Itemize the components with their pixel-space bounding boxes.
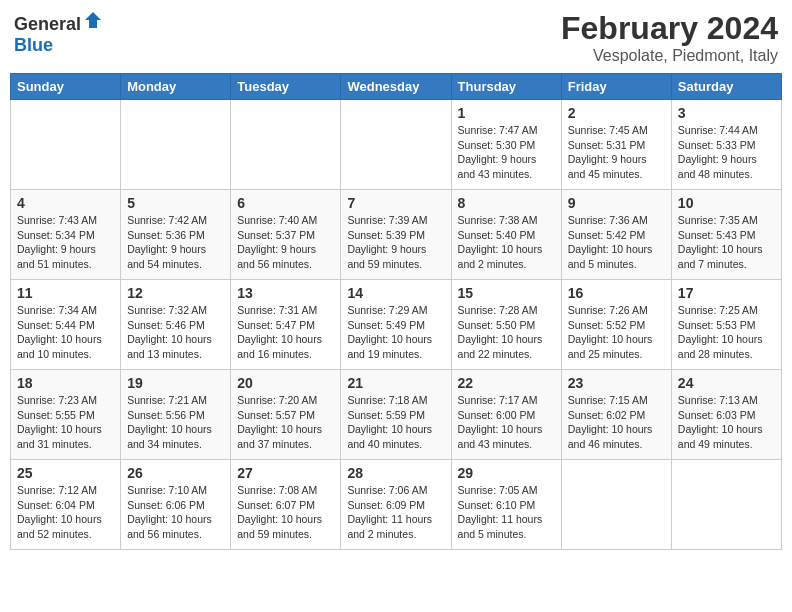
day-number: 17 [678,285,775,301]
day-number: 20 [237,375,334,391]
day-number: 7 [347,195,444,211]
day-info: Sunrise: 7:43 AM Sunset: 5:34 PM Dayligh… [17,213,114,272]
calendar-cell: 14Sunrise: 7:29 AM Sunset: 5:49 PM Dayli… [341,280,451,370]
calendar-cell: 5Sunrise: 7:42 AM Sunset: 5:36 PM Daylig… [121,190,231,280]
calendar-week-row: 4Sunrise: 7:43 AM Sunset: 5:34 PM Daylig… [11,190,782,280]
day-info: Sunrise: 7:32 AM Sunset: 5:46 PM Dayligh… [127,303,224,362]
day-info: Sunrise: 7:17 AM Sunset: 6:00 PM Dayligh… [458,393,555,452]
day-number: 12 [127,285,224,301]
day-number: 14 [347,285,444,301]
day-number: 25 [17,465,114,481]
weekday-header: Friday [561,74,671,100]
day-number: 11 [17,285,114,301]
day-number: 8 [458,195,555,211]
calendar-cell [11,100,121,190]
calendar-week-row: 1Sunrise: 7:47 AM Sunset: 5:30 PM Daylig… [11,100,782,190]
day-info: Sunrise: 7:42 AM Sunset: 5:36 PM Dayligh… [127,213,224,272]
day-info: Sunrise: 7:31 AM Sunset: 5:47 PM Dayligh… [237,303,334,362]
day-number: 21 [347,375,444,391]
calendar-cell: 19Sunrise: 7:21 AM Sunset: 5:56 PM Dayli… [121,370,231,460]
calendar-week-row: 18Sunrise: 7:23 AM Sunset: 5:55 PM Dayli… [11,370,782,460]
day-info: Sunrise: 7:08 AM Sunset: 6:07 PM Dayligh… [237,483,334,542]
logo-text: General Blue [14,10,103,56]
day-info: Sunrise: 7:15 AM Sunset: 6:02 PM Dayligh… [568,393,665,452]
day-number: 22 [458,375,555,391]
day-number: 5 [127,195,224,211]
day-info: Sunrise: 7:06 AM Sunset: 6:09 PM Dayligh… [347,483,444,542]
calendar-header-row: SundayMondayTuesdayWednesdayThursdayFrid… [11,74,782,100]
calendar-cell [231,100,341,190]
weekday-header: Tuesday [231,74,341,100]
calendar-cell [561,460,671,550]
day-number: 16 [568,285,665,301]
day-info: Sunrise: 7:10 AM Sunset: 6:06 PM Dayligh… [127,483,224,542]
calendar-cell: 1Sunrise: 7:47 AM Sunset: 5:30 PM Daylig… [451,100,561,190]
day-number: 10 [678,195,775,211]
calendar-cell: 4Sunrise: 7:43 AM Sunset: 5:34 PM Daylig… [11,190,121,280]
day-number: 23 [568,375,665,391]
calendar-cell: 9Sunrise: 7:36 AM Sunset: 5:42 PM Daylig… [561,190,671,280]
day-number: 9 [568,195,665,211]
day-info: Sunrise: 7:39 AM Sunset: 5:39 PM Dayligh… [347,213,444,272]
day-number: 1 [458,105,555,121]
calendar-cell: 24Sunrise: 7:13 AM Sunset: 6:03 PM Dayli… [671,370,781,460]
day-info: Sunrise: 7:23 AM Sunset: 5:55 PM Dayligh… [17,393,114,452]
calendar-cell: 25Sunrise: 7:12 AM Sunset: 6:04 PM Dayli… [11,460,121,550]
day-info: Sunrise: 7:21 AM Sunset: 5:56 PM Dayligh… [127,393,224,452]
calendar-cell: 10Sunrise: 7:35 AM Sunset: 5:43 PM Dayli… [671,190,781,280]
calendar-cell [341,100,451,190]
day-info: Sunrise: 7:26 AM Sunset: 5:52 PM Dayligh… [568,303,665,362]
calendar-cell: 7Sunrise: 7:39 AM Sunset: 5:39 PM Daylig… [341,190,451,280]
logo-icon [83,10,103,30]
logo-blue: Blue [14,35,53,55]
svg-marker-0 [85,12,101,28]
month-year-title: February 2024 [561,10,778,47]
weekday-header: Sunday [11,74,121,100]
day-info: Sunrise: 7:44 AM Sunset: 5:33 PM Dayligh… [678,123,775,182]
weekday-header: Saturday [671,74,781,100]
calendar-cell: 6Sunrise: 7:40 AM Sunset: 5:37 PM Daylig… [231,190,341,280]
title-block: February 2024 Vespolate, Piedmont, Italy [561,10,778,65]
page-header: General Blue February 2024 Vespolate, Pi… [10,10,782,65]
day-number: 29 [458,465,555,481]
day-info: Sunrise: 7:38 AM Sunset: 5:40 PM Dayligh… [458,213,555,272]
calendar-cell: 20Sunrise: 7:20 AM Sunset: 5:57 PM Dayli… [231,370,341,460]
day-info: Sunrise: 7:36 AM Sunset: 5:42 PM Dayligh… [568,213,665,272]
weekday-header: Thursday [451,74,561,100]
day-number: 28 [347,465,444,481]
calendar-cell: 17Sunrise: 7:25 AM Sunset: 5:53 PM Dayli… [671,280,781,370]
calendar-cell [121,100,231,190]
day-info: Sunrise: 7:13 AM Sunset: 6:03 PM Dayligh… [678,393,775,452]
calendar-table: SundayMondayTuesdayWednesdayThursdayFrid… [10,73,782,550]
calendar-cell: 29Sunrise: 7:05 AM Sunset: 6:10 PM Dayli… [451,460,561,550]
logo: General Blue [14,10,103,56]
day-info: Sunrise: 7:05 AM Sunset: 6:10 PM Dayligh… [458,483,555,542]
calendar-cell: 21Sunrise: 7:18 AM Sunset: 5:59 PM Dayli… [341,370,451,460]
day-info: Sunrise: 7:25 AM Sunset: 5:53 PM Dayligh… [678,303,775,362]
calendar-cell [671,460,781,550]
calendar-cell: 18Sunrise: 7:23 AM Sunset: 5:55 PM Dayli… [11,370,121,460]
calendar-cell: 27Sunrise: 7:08 AM Sunset: 6:07 PM Dayli… [231,460,341,550]
calendar-cell: 2Sunrise: 7:45 AM Sunset: 5:31 PM Daylig… [561,100,671,190]
day-info: Sunrise: 7:20 AM Sunset: 5:57 PM Dayligh… [237,393,334,452]
calendar-cell: 16Sunrise: 7:26 AM Sunset: 5:52 PM Dayli… [561,280,671,370]
day-number: 26 [127,465,224,481]
day-info: Sunrise: 7:35 AM Sunset: 5:43 PM Dayligh… [678,213,775,272]
calendar-cell: 13Sunrise: 7:31 AM Sunset: 5:47 PM Dayli… [231,280,341,370]
calendar-cell: 22Sunrise: 7:17 AM Sunset: 6:00 PM Dayli… [451,370,561,460]
day-number: 13 [237,285,334,301]
calendar-cell: 26Sunrise: 7:10 AM Sunset: 6:06 PM Dayli… [121,460,231,550]
day-number: 18 [17,375,114,391]
calendar-cell: 8Sunrise: 7:38 AM Sunset: 5:40 PM Daylig… [451,190,561,280]
weekday-header: Monday [121,74,231,100]
day-info: Sunrise: 7:28 AM Sunset: 5:50 PM Dayligh… [458,303,555,362]
day-info: Sunrise: 7:34 AM Sunset: 5:44 PM Dayligh… [17,303,114,362]
day-info: Sunrise: 7:12 AM Sunset: 6:04 PM Dayligh… [17,483,114,542]
day-info: Sunrise: 7:18 AM Sunset: 5:59 PM Dayligh… [347,393,444,452]
calendar-cell: 3Sunrise: 7:44 AM Sunset: 5:33 PM Daylig… [671,100,781,190]
day-info: Sunrise: 7:45 AM Sunset: 5:31 PM Dayligh… [568,123,665,182]
calendar-cell: 15Sunrise: 7:28 AM Sunset: 5:50 PM Dayli… [451,280,561,370]
location-subtitle: Vespolate, Piedmont, Italy [561,47,778,65]
calendar-cell: 23Sunrise: 7:15 AM Sunset: 6:02 PM Dayli… [561,370,671,460]
calendar-cell: 28Sunrise: 7:06 AM Sunset: 6:09 PM Dayli… [341,460,451,550]
